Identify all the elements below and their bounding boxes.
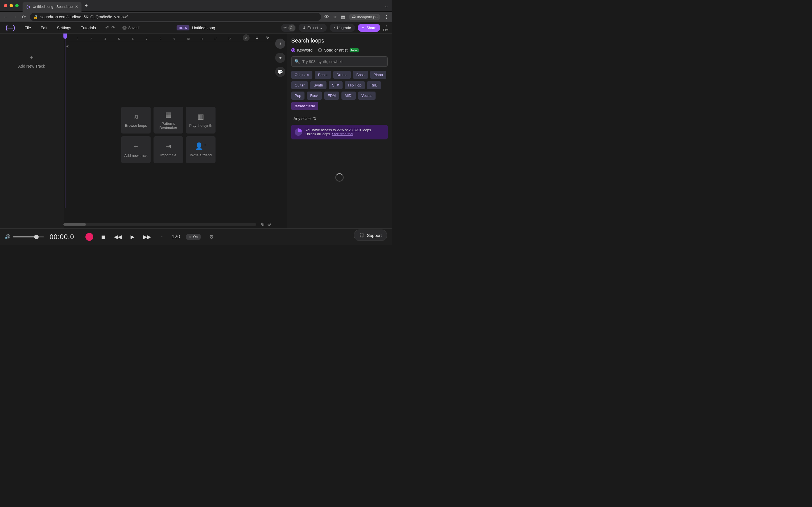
loops-panel-toggle[interactable]: ♪ xyxy=(275,39,285,49)
forward-button[interactable]: ▶▶ xyxy=(142,232,152,242)
filter-tag[interactable]: Synth xyxy=(310,81,326,89)
support-button[interactable]: 🎧 Support xyxy=(354,230,387,241)
volume-slider[interactable] xyxy=(13,236,44,237)
chat-toggle[interactable]: 💬 xyxy=(275,67,285,77)
add-new-track-button[interactable]: ＋ Add New Track xyxy=(0,53,63,68)
search-mode-song[interactable]: Song or artist New xyxy=(318,48,359,52)
loading-spinner-icon xyxy=(335,173,344,182)
filter-tag[interactable]: Hip Hop xyxy=(345,81,365,89)
address-bar[interactable]: 🔒 soundtrap.com/studio/d_5KIiQLQm6ic6ic_… xyxy=(30,13,321,21)
ruler-tick: 11 xyxy=(200,38,203,41)
filter-tag[interactable]: Rock xyxy=(307,92,322,100)
menu-file[interactable]: File xyxy=(22,24,33,32)
filter-tag[interactable]: SFX xyxy=(329,81,343,89)
playhead[interactable] xyxy=(63,34,67,38)
browse-loops-card[interactable]: ♫ Browse loops xyxy=(121,107,151,133)
record-button[interactable] xyxy=(86,233,93,241)
import-file-card[interactable]: ⇥ Import file xyxy=(154,136,183,163)
zoom-out-icon[interactable]: ⊖ xyxy=(267,221,271,227)
menu-settings[interactable]: Settings xyxy=(55,24,73,32)
invite-friend-card[interactable]: 👤⁺ Invite a friend xyxy=(186,136,216,163)
check-icon: ✓ xyxy=(122,25,126,30)
loop-toggle-icon[interactable]: ⟲ xyxy=(66,44,69,50)
browser-menu-icon[interactable]: ⋮ xyxy=(384,14,389,20)
settings-icon[interactable]: ⚙ xyxy=(253,34,260,41)
export-button[interactable]: ⬇ Export ⌄ xyxy=(299,24,327,32)
reload-button[interactable]: ⟳ xyxy=(21,14,27,20)
ruler-tick: 2 xyxy=(77,38,79,41)
theme-toggle[interactable]: ☀ ☾ xyxy=(281,24,296,32)
incognito-badge[interactable]: 🕶 Incognito (2) xyxy=(349,14,380,20)
tab-overflow-icon[interactable]: ⌄ xyxy=(385,3,388,8)
bookmark-icon[interactable]: ☆ xyxy=(333,14,337,20)
main-workspace: ＋ Add New Track 2345678910111213 ⌂ ⚙ ↻ ⟲… xyxy=(0,34,392,228)
loop-search-input[interactable] xyxy=(302,59,385,64)
add-person-icon: 👤⁺ xyxy=(195,142,207,150)
transport-settings-icon[interactable]: ⚙ xyxy=(207,232,216,242)
browser-tab-strip: (·) Untitled song - Soundtrap ✕ + ⌄ xyxy=(0,0,392,11)
people-icon: ⚭ xyxy=(278,55,282,61)
horizontal-scrollbar[interactable] xyxy=(63,223,256,226)
soundtrap-logo[interactable]: (—) xyxy=(3,24,17,31)
filter-tag[interactable]: EDM xyxy=(324,92,339,100)
filter-tag[interactable]: Beats xyxy=(315,71,331,79)
menu-tutorials[interactable]: Tutorials xyxy=(79,24,98,32)
timeline-area[interactable]: 2345678910111213 ⌂ ⚙ ↻ ⟲ ♫ Browse loops … xyxy=(63,34,273,228)
scale-selector[interactable]: Any scale ⇅ xyxy=(294,116,388,121)
menu-edit[interactable]: Edit xyxy=(38,24,50,32)
rewind-button[interactable]: ◀◀ xyxy=(113,232,123,242)
filter-tag[interactable]: jetsonmade xyxy=(291,102,318,110)
light-mode-icon[interactable]: ☀ xyxy=(282,24,289,31)
collaborators-toggle[interactable]: ⚭ xyxy=(275,53,285,63)
song-title[interactable]: Untitled song xyxy=(192,25,215,30)
back-button[interactable]: ← xyxy=(3,14,8,19)
undo-button[interactable]: ↶ xyxy=(105,25,109,31)
filter-tag[interactable]: RnB xyxy=(367,81,381,89)
upgrade-button[interactable]: ↑ Upgrade xyxy=(329,24,355,32)
filter-tag[interactable]: Originals xyxy=(291,71,312,79)
maximize-window[interactable] xyxy=(15,4,18,7)
redo-button[interactable]: ↷ xyxy=(111,25,115,31)
close-tab-icon[interactable]: ✕ xyxy=(75,4,78,9)
access-banner: You have access to 22% of 23,320+ loops … xyxy=(291,125,388,139)
timeline-ruler[interactable]: 2345678910111213 ⌂ ⚙ ↻ xyxy=(63,34,273,42)
minimize-window[interactable] xyxy=(10,4,13,7)
ruler-tick: 6 xyxy=(132,38,134,41)
key-display[interactable]: - xyxy=(158,234,166,240)
share-button[interactable]: ⚭ Share xyxy=(358,24,380,32)
history-icon[interactable]: ↻ xyxy=(264,34,271,41)
zoom-in-icon[interactable]: ⊕ xyxy=(261,221,264,227)
search-mode-keyword[interactable]: Keyword xyxy=(291,48,312,52)
loop-search-field[interactable]: 🔍 xyxy=(291,56,388,67)
filter-tag[interactable]: Piano xyxy=(370,71,386,79)
play-button[interactable]: ▶ xyxy=(128,232,137,242)
filter-tag[interactable]: Pop xyxy=(291,92,305,100)
volume-handle[interactable] xyxy=(34,235,39,239)
timecode-display[interactable]: 00:00.0 xyxy=(50,233,74,241)
new-badge: New xyxy=(350,48,359,52)
tempo-display[interactable]: 120 xyxy=(172,234,180,240)
filter-tag[interactable]: MIDI xyxy=(342,92,356,100)
panel-icon[interactable]: ▤ xyxy=(341,14,345,20)
filter-tag[interactable]: Bass xyxy=(353,71,368,79)
forward-button[interactable]: → xyxy=(12,14,17,19)
volume-icon[interactable]: 🔊 xyxy=(4,234,10,239)
snap-button[interactable]: ⌂ xyxy=(243,34,250,41)
metronome-toggle[interactable]: On xyxy=(186,234,201,240)
exit-button[interactable]: ⇥ Exit xyxy=(383,24,388,32)
add-new-track-card[interactable]: ＋ Add new track xyxy=(121,136,151,163)
new-tab-button[interactable]: + xyxy=(85,3,88,9)
dark-mode-icon[interactable]: ☾ xyxy=(289,24,295,31)
browser-tab[interactable]: (·) Untitled song - Soundtrap ✕ xyxy=(22,2,82,11)
scrollbar-thumb[interactable] xyxy=(63,223,86,226)
start-trial-link[interactable]: Start free trial xyxy=(332,132,353,136)
patterns-beatmaker-card[interactable]: ▦ Patterns Beatmaker xyxy=(154,107,183,133)
stop-button[interactable]: ◼ xyxy=(98,232,108,242)
eye-off-icon[interactable]: 👁 xyxy=(324,14,329,19)
filter-tag[interactable]: Guitar xyxy=(291,81,308,89)
close-window[interactable] xyxy=(4,4,7,7)
filter-tag[interactable]: Drums xyxy=(333,71,351,79)
ruler-tick: 10 xyxy=(186,38,190,41)
play-synth-card[interactable]: ▥ Play the synth xyxy=(186,107,216,133)
filter-tag[interactable]: Vocals xyxy=(358,92,375,100)
